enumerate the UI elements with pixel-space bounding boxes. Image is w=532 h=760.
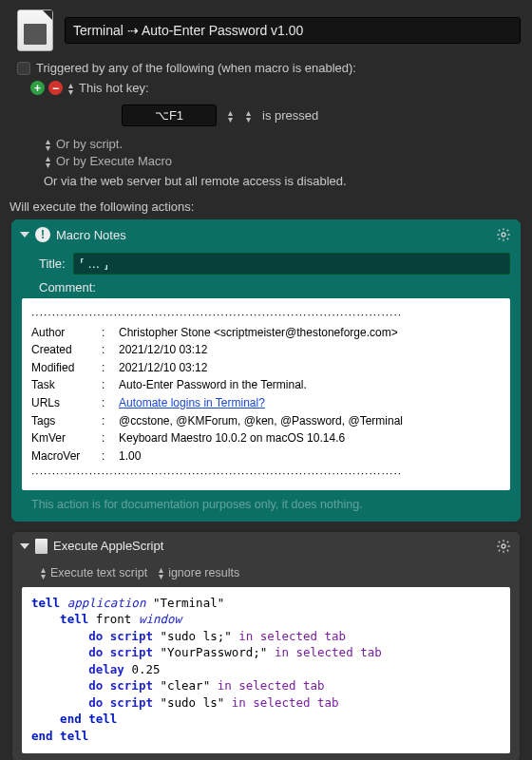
svg-point-1 [502, 544, 505, 548]
gear-icon[interactable] [495, 538, 512, 555]
notes-comment-label: Comment: [39, 280, 510, 294]
hotkey-field[interactable]: ⌥F1 [122, 104, 217, 126]
notes-footer: This action is for documentation purpose… [22, 490, 510, 513]
macro-doc-icon [17, 10, 53, 51]
stepper-icon[interactable]: ▴▾ [228, 109, 233, 123]
results-mode-select[interactable]: ▴▾ ignore results [157, 566, 239, 580]
hotkey-label: This hot key: [79, 81, 149, 95]
trigger-hotkey-row: + − ▴▾ This hot key: [30, 81, 515, 95]
action-title: Execute AppleScript [53, 539, 163, 553]
script-doc-icon [35, 539, 48, 554]
notes-comment-box[interactable]: ········································… [22, 298, 510, 490]
trigger-enabled-label: Triggered by any of the following (when … [36, 61, 356, 75]
notes-title-input[interactable] [73, 253, 510, 275]
disclosure-icon[interactable] [20, 543, 29, 549]
add-trigger-icon[interactable]: + [30, 81, 45, 95]
gear-icon[interactable] [495, 226, 512, 243]
or-via-web-server: Or via the web server but all remote acc… [44, 174, 515, 188]
actions-label: Will execute the following actions: [0, 196, 532, 218]
or-by-execute-macro: ▴▾ Or by Execute Macro [44, 154, 515, 168]
svg-point-0 [502, 233, 505, 237]
stepper-icon[interactable]: ▴▾ [46, 155, 50, 168]
action-title: Macro Notes [56, 228, 126, 242]
execute-applescript-action[interactable]: Execute AppleScript ▴▾ Execute text scri… [11, 531, 521, 760]
pressed-label: is pressed [262, 108, 318, 123]
stepper-icon[interactable]: ▴▾ [246, 109, 251, 123]
macro-title-input[interactable] [65, 17, 521, 44]
stepper-icon[interactable]: ▴▾ [46, 138, 50, 151]
notes-title-label: Title: [39, 256, 66, 271]
script-options: ▴▾ Execute text script ▴▾ ignore results [22, 562, 510, 587]
trigger-section: Triggered by any of the following (when … [0, 57, 532, 196]
trigger-enabled-checkbox[interactable] [17, 62, 30, 75]
remove-trigger-icon[interactable]: − [48, 81, 63, 95]
script-text[interactable]: tell application "Terminal" tell front w… [22, 587, 510, 754]
stepper-icon[interactable]: ▴▾ [68, 82, 73, 95]
header [0, 0, 532, 57]
info-icon: ! [35, 227, 50, 242]
execute-mode-select[interactable]: ▴▾ Execute text script [39, 566, 147, 580]
notes-url-link[interactable]: Automate logins in Terminal? [119, 396, 265, 409]
disclosure-icon[interactable] [20, 232, 29, 238]
macro-notes-action[interactable]: ! Macro Notes Title: Comment: ··········… [11, 219, 521, 522]
or-by-script: ▴▾ Or by script. [44, 137, 515, 151]
